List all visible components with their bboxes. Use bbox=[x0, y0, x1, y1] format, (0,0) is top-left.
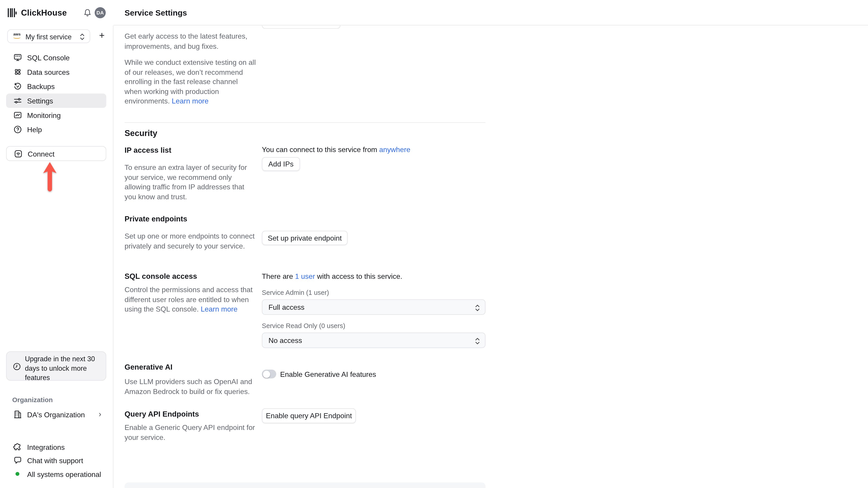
chevron-updown-icon bbox=[475, 337, 480, 345]
top-header: ClickHouse DA Service Settings bbox=[0, 0, 868, 26]
service-admin-value: Full access bbox=[269, 303, 305, 311]
user-avatar[interactable]: DA bbox=[95, 7, 106, 18]
query-api-endpoints-title: Query API Endpoints bbox=[125, 410, 199, 418]
main-content: Get early access to the latest features,… bbox=[125, 0, 486, 488]
sidebar-item-backups[interactable]: Backups bbox=[6, 79, 106, 94]
data-sources-icon bbox=[13, 68, 22, 76]
system-status[interactable]: All systems operational bbox=[6, 468, 106, 480]
sidebar-item-label: Monitoring bbox=[27, 111, 61, 120]
chat-support-link[interactable]: Chat with support bbox=[6, 454, 106, 466]
settings-sliders-icon bbox=[13, 96, 22, 105]
users-suffix: with access to this service. bbox=[315, 272, 402, 281]
brand-name: ClickHouse bbox=[21, 8, 67, 17]
service-admin-select[interactable]: Full access bbox=[262, 299, 485, 315]
monitoring-icon bbox=[13, 111, 22, 120]
connect-button[interactable]: Connect bbox=[6, 146, 106, 161]
sql-console-access-title: SQL console access bbox=[125, 272, 197, 281]
sidebar-item-label: Backups bbox=[27, 83, 55, 91]
integrations-link[interactable]: Integrations bbox=[6, 441, 106, 453]
service-name: My first service bbox=[26, 33, 72, 41]
upgrade-text: Upgrade in the next 30 days to unlock mo… bbox=[25, 355, 102, 383]
service-readonly-label: Service Read Only (0 users) bbox=[262, 322, 345, 330]
generative-ai-toggle[interactable] bbox=[262, 369, 276, 379]
sidebar-item-sql-console[interactable]: SQL Console bbox=[6, 51, 106, 65]
section-divider bbox=[125, 122, 486, 123]
chevron-right-icon: › bbox=[99, 409, 101, 418]
building-icon bbox=[13, 410, 22, 419]
backups-icon bbox=[13, 82, 22, 91]
sidebar-item-settings[interactable]: Settings bbox=[6, 94, 106, 108]
sql-users-status: There are 1 user with access to this ser… bbox=[262, 272, 402, 281]
ip-connect-status: You can connect to this service from any… bbox=[262, 145, 410, 154]
ip-access-list-description: To ensure an extra layer of security for… bbox=[125, 163, 256, 201]
add-ips-button[interactable]: Add IPs bbox=[262, 157, 300, 171]
sql-console-icon bbox=[13, 53, 22, 62]
chevron-updown-icon bbox=[80, 33, 85, 40]
aws-logo-icon: aws bbox=[13, 32, 21, 39]
private-endpoints-title: Private endpoints bbox=[125, 215, 187, 223]
enable-query-api-button[interactable]: Enable query API Endpoint bbox=[262, 408, 356, 423]
notifications-bell-icon[interactable] bbox=[83, 8, 92, 17]
service-admin-label: Service Admin (1 user) bbox=[262, 289, 329, 296]
clock-icon bbox=[13, 362, 21, 371]
sidebar-item-help[interactable]: Help bbox=[6, 122, 106, 137]
sidebar-item-monitoring[interactable]: Monitoring bbox=[6, 108, 106, 123]
sidebar-item-label: SQL Console bbox=[27, 54, 70, 62]
annotation-arrow bbox=[43, 162, 57, 193]
generative-ai-description: Use LLM providers such as OpenAI and Ama… bbox=[125, 377, 256, 396]
organization-section-label: Organization bbox=[12, 396, 53, 404]
sql-console-access-description: Control the permissions and access that … bbox=[125, 285, 256, 314]
organization-row[interactable]: DA's Organization › bbox=[6, 408, 106, 420]
private-endpoints-description: Set up one or more endpoints to connect … bbox=[125, 231, 256, 251]
chevron-updown-icon bbox=[475, 304, 480, 312]
service-selector[interactable]: aws My first service bbox=[7, 29, 90, 43]
sidebar: aws My first service + SQL Console bbox=[0, 26, 114, 488]
connect-label: Connect bbox=[28, 150, 55, 158]
security-heading: Security bbox=[125, 128, 157, 138]
ip-connect-text: You can connect to this service from bbox=[262, 145, 379, 154]
service-readonly-select[interactable]: No access bbox=[262, 332, 485, 348]
clickhouse-logo-icon bbox=[8, 8, 19, 17]
organization-name: DA's Organization bbox=[27, 410, 85, 419]
release-channel-select-partial[interactable] bbox=[262, 26, 340, 29]
page-title: Service Settings bbox=[125, 8, 187, 17]
sidebar-item-label: Help bbox=[27, 126, 42, 134]
chat-support-label: Chat with support bbox=[27, 456, 83, 465]
sidebar-item-label: Settings bbox=[27, 97, 53, 105]
connect-icon bbox=[14, 149, 23, 158]
sidebar-item-data-sources[interactable]: Data sources bbox=[6, 65, 106, 79]
ip-access-list-title: IP access list bbox=[125, 146, 171, 155]
help-icon bbox=[13, 125, 22, 134]
sidebar-nav: SQL Console Data sources bbox=[6, 51, 106, 137]
release-channel-paragraph-2: While we conduct extensive testing on al… bbox=[125, 58, 256, 106]
toggle-knob bbox=[263, 370, 270, 378]
chat-bubble-icon bbox=[13, 456, 22, 465]
header-divider bbox=[114, 25, 868, 25]
puzzle-icon bbox=[13, 443, 22, 451]
sql-learn-more-link[interactable]: Learn more bbox=[201, 305, 238, 313]
service-readonly-value: No access bbox=[269, 336, 302, 345]
query-api-description: Enable a Generic Query API endpoint for … bbox=[125, 423, 256, 442]
sidebar-item-label: Data sources bbox=[27, 68, 70, 76]
upgrade-notice[interactable]: Upgrade in the next 30 days to unlock mo… bbox=[6, 351, 106, 381]
release-channel-paragraph-1: Get early access to the latest features,… bbox=[125, 32, 256, 51]
next-section-partial bbox=[125, 483, 486, 488]
setup-private-endpoint-button[interactable]: Set up private endpoint bbox=[262, 231, 348, 245]
status-label: All systems operational bbox=[27, 470, 101, 478]
generative-ai-title: Generative AI bbox=[125, 363, 173, 371]
generative-ai-toggle-label: Enable Generative AI features bbox=[280, 370, 376, 379]
anywhere-link[interactable]: anywhere bbox=[379, 145, 410, 154]
users-prefix: There are bbox=[262, 272, 295, 281]
add-service-button[interactable]: + bbox=[97, 30, 107, 42]
integrations-label: Integrations bbox=[27, 443, 65, 452]
release-learn-more-link[interactable]: Learn more bbox=[172, 97, 209, 105]
app-window: ClickHouse DA Service Settings aws My fi… bbox=[0, 0, 868, 488]
status-dot-icon bbox=[16, 472, 20, 476]
one-user-link[interactable]: 1 user bbox=[295, 272, 315, 281]
